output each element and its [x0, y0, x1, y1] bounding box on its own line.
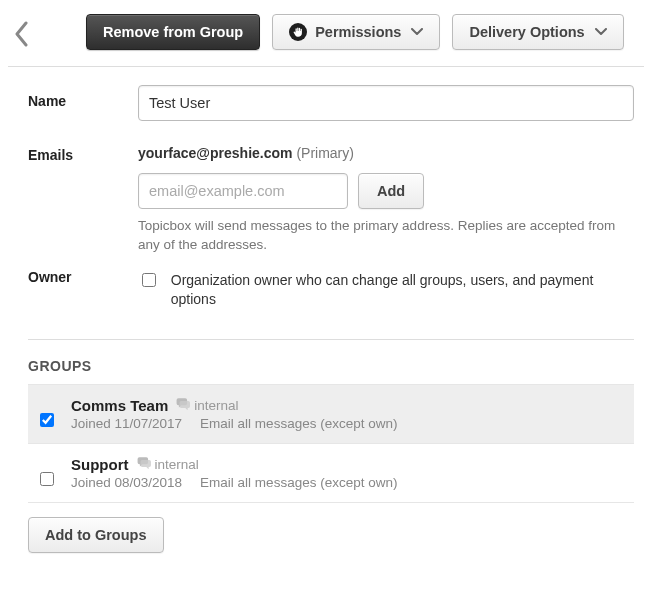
group-visibility-label: internal: [194, 398, 238, 413]
add-email-input[interactable]: [138, 173, 348, 209]
emails-label: Emails: [28, 139, 138, 163]
group-title: Supportinternal: [71, 456, 626, 473]
group-visibility-label: internal: [155, 457, 199, 472]
chevron-down-icon: [411, 28, 423, 36]
group-row[interactable]: Comms TeaminternalJoined 11/07/2017Email…: [28, 384, 634, 444]
chevron-left-icon: [14, 21, 30, 47]
group-body: Comms TeaminternalJoined 11/07/2017Email…: [71, 397, 626, 431]
delivery-options-dropdown[interactable]: Delivery Options: [452, 14, 623, 50]
group-delivery: Email all messages (except own): [200, 475, 397, 490]
permissions-dropdown[interactable]: Permissions: [272, 14, 440, 50]
group-checkbox[interactable]: [40, 472, 54, 486]
group-name: Support: [71, 456, 129, 473]
name-row: Name: [28, 85, 634, 121]
chat-icon: [176, 398, 190, 413]
primary-email-tag: (Primary): [296, 145, 354, 161]
permissions-label: Permissions: [315, 24, 401, 40]
emails-help-text: Topicbox will send messages to the prima…: [138, 217, 634, 255]
group-visibility: internal: [176, 398, 238, 413]
group-joined: Joined 11/07/2017: [71, 416, 182, 431]
primary-email: yourface@preshie.com (Primary): [138, 139, 634, 173]
chat-icon: [137, 457, 151, 472]
group-joined: Joined 08/03/2018: [71, 475, 182, 490]
group-meta: Joined 11/07/2017Email all messages (exc…: [71, 416, 626, 431]
add-to-groups-button[interactable]: Add to Groups: [28, 517, 164, 553]
group-title: Comms Teaminternal: [71, 397, 626, 414]
back-button[interactable]: [8, 14, 36, 54]
content: Name Emails yourface@preshie.com (Primar…: [8, 67, 644, 553]
owner-label: Owner: [28, 265, 138, 285]
add-email-button-label: Add: [377, 183, 405, 199]
name-input[interactable]: [138, 85, 634, 121]
hand-icon: [289, 23, 307, 41]
group-name: Comms Team: [71, 397, 168, 414]
groups-section: GROUPS Comms TeaminternalJoined 11/07/20…: [28, 339, 634, 553]
group-checkbox[interactable]: [40, 413, 54, 427]
owner-checkbox[interactable]: [142, 273, 156, 287]
add-email-button[interactable]: Add: [358, 173, 424, 209]
owner-row: Owner Organization owner who can change …: [28, 265, 634, 309]
group-body: SupportinternalJoined 08/03/2018Email al…: [71, 456, 626, 490]
primary-email-address: yourface@preshie.com: [138, 145, 293, 161]
group-visibility: internal: [137, 457, 199, 472]
name-label: Name: [28, 85, 138, 109]
group-meta: Joined 08/03/2018Email all messages (exc…: [71, 475, 626, 490]
chevron-down-icon: [595, 28, 607, 36]
remove-from-group-label: Remove from Group: [103, 24, 243, 40]
group-delivery: Email all messages (except own): [200, 416, 397, 431]
group-row[interactable]: SupportinternalJoined 08/03/2018Email al…: [28, 444, 634, 503]
owner-checkbox-label: Organization owner who can change all gr…: [171, 271, 634, 309]
group-checkbox-wrap: [36, 397, 57, 430]
groups-heading: GROUPS: [28, 348, 634, 384]
emails-row: Emails yourface@preshie.com (Primary) Ad…: [28, 139, 634, 255]
remove-from-group-button[interactable]: Remove from Group: [86, 14, 260, 50]
delivery-options-label: Delivery Options: [469, 24, 584, 40]
add-to-groups-label: Add to Groups: [45, 527, 147, 543]
toolbar: Remove from Group Permissions Delivery O…: [8, 14, 644, 67]
group-checkbox-wrap: [36, 456, 57, 489]
